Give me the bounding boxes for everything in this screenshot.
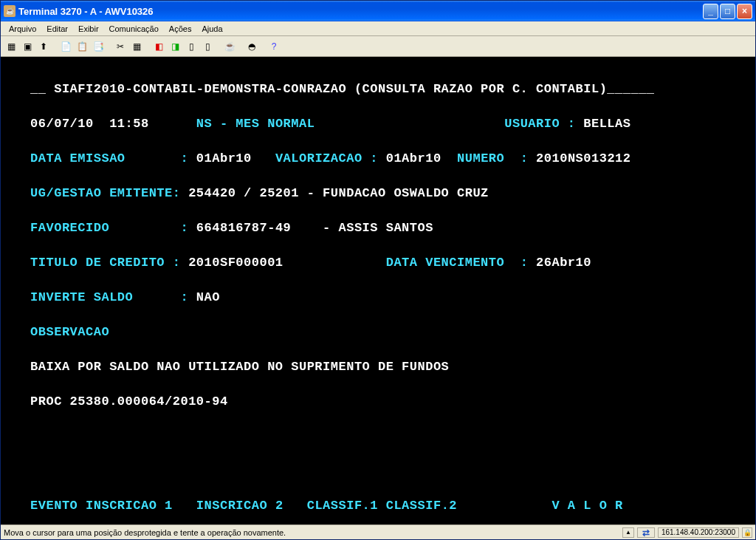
toolbar-btn-7[interactable]: ✂ — [113, 39, 128, 54]
toolbar-btn-14[interactable]: ◓ — [244, 39, 259, 54]
ns-label: NS - MES NORMAL — [196, 117, 315, 131]
window-title: Terminal 3270 - A - AWV10326 — [18, 6, 703, 17]
data-vencimento: 26Abr10 — [536, 256, 591, 270]
data-emissao-label: DATA EMISSAO — [30, 151, 125, 165]
col-inscricao2: INSCRICAO 2 — [196, 499, 284, 513]
application-window: ☕ Terminal 3270 - A - AWV10326 _ □ × Arq… — [0, 0, 756, 540]
usuario-label: USUARIO — [504, 117, 560, 131]
menu-comunicacao[interactable]: Comunicação — [104, 23, 164, 35]
arrow-up-icon[interactable]: ▲ — [622, 527, 634, 538]
menu-ajuda[interactable]: Ajuda — [196, 23, 227, 35]
usuario: BELLAS — [583, 117, 630, 131]
toolbar-btn-11[interactable]: ▯ — [184, 39, 199, 54]
inverte-saldo-label: INVERTE SALDO — [30, 290, 133, 304]
ug-gestao-label: UG/GESTAO EMITENTE: — [30, 186, 180, 200]
titulo-credito: 2010SF000001 — [188, 256, 283, 270]
copy-icon[interactable]: 📄 — [58, 39, 73, 54]
data-emissao: 01Abr10 — [196, 151, 252, 165]
data-vencimento-label: DATA VENCIMENTO — [386, 256, 505, 270]
menu-acoes[interactable]: Ações — [164, 23, 197, 35]
favorecido: 664816787-49 - ASSIS SANTOS — [196, 221, 433, 235]
menu-editar[interactable]: Editar — [41, 23, 73, 35]
col-inscricao1: INSCRICAO 1 — [86, 499, 173, 513]
ug-gestao: 254420 / 25201 - FUNDACAO OSWALDO CRUZ — [188, 186, 489, 200]
numero: 2010NS013212 — [536, 151, 630, 165]
col-evento: EVENTO — [30, 499, 78, 513]
toolbar-btn-6[interactable]: 📑 — [91, 39, 106, 54]
valorizacao: 01Abr10 — [386, 151, 441, 165]
toolbar-btn-12[interactable]: ▯ — [200, 39, 215, 54]
obs-line-2: PROC 25380.000064/2010-94 — [30, 394, 228, 409]
observacao-label: OBSERVACAO — [30, 325, 109, 339]
screen-header: __ SIAFI2010-CONTABIL-DEMONSTRA-CONRAZAO… — [30, 82, 654, 96]
connection-icon: ⇄ — [637, 527, 655, 538]
window-controls: _ □ × — [703, 4, 752, 19]
valorizacao-label: VALORIZACAO — [275, 151, 362, 165]
statusbar: Mova o cursor para uma posição desproteg… — [1, 524, 755, 539]
maximize-button[interactable]: □ — [720, 4, 735, 19]
inverte-saldo: NAO — [196, 290, 220, 304]
favorecido-label: FAVORECIDO — [30, 221, 109, 235]
col-valor: V A L O R — [551, 499, 622, 513]
col-classif1: CLASSIF.1 — [307, 499, 378, 513]
toolbar-btn-8[interactable]: ▦ — [129, 39, 144, 54]
numero-label: NUMERO — [457, 151, 504, 165]
terminal-screen[interactable]: __ SIAFI2010-CONTABIL-DEMONSTRA-CONRAZAO… — [1, 57, 755, 524]
toolbar-btn-10[interactable]: ◨ — [168, 39, 182, 54]
help-icon[interactable]: ? — [267, 39, 281, 54]
titlebar[interactable]: ☕ Terminal 3270 - A - AWV10326 _ □ × — [1, 1, 755, 21]
toolbar-btn-2[interactable]: ▣ — [20, 39, 35, 54]
titulo-credito-label: TITULO DE CREDITO — [30, 256, 165, 270]
toolbar-btn-13[interactable]: ☕ — [222, 39, 237, 54]
datetime: 06/07/10 11:58 — [30, 117, 149, 131]
toolbar-btn-3[interactable]: ⬆ — [36, 39, 51, 54]
statusbar-ip: 161.148.40.200:23000 — [658, 527, 739, 538]
java-icon: ☕ — [4, 5, 16, 17]
close-button[interactable]: × — [737, 4, 752, 19]
col-classif2: CLASSIF.2 — [386, 499, 457, 513]
menu-arquivo[interactable]: Arquivo — [4, 23, 41, 35]
toolbar: ▦ ▣ ⬆ 📄 📋 📑 ✂ ▦ ◧ ◨ ▯ ▯ ☕ ◓ ? — [1, 36, 755, 57]
statusbar-text: Mova o cursor para uma posição desproteg… — [4, 528, 619, 537]
menu-exibir[interactable]: Exibir — [73, 23, 104, 35]
lock-icon: 🔒 — [742, 527, 752, 538]
menubar: Arquivo Editar Exibir Comunicação Ações … — [1, 21, 755, 36]
minimize-button[interactable]: _ — [703, 4, 718, 19]
paste-icon[interactable]: 📋 — [75, 39, 89, 54]
toolbar-btn-1[interactable]: ▦ — [4, 39, 18, 54]
toolbar-btn-9[interactable]: ◧ — [151, 39, 166, 54]
obs-line-1: BAIXA POR SALDO NAO UTILIZADO NO SUPRIME… — [30, 360, 449, 374]
